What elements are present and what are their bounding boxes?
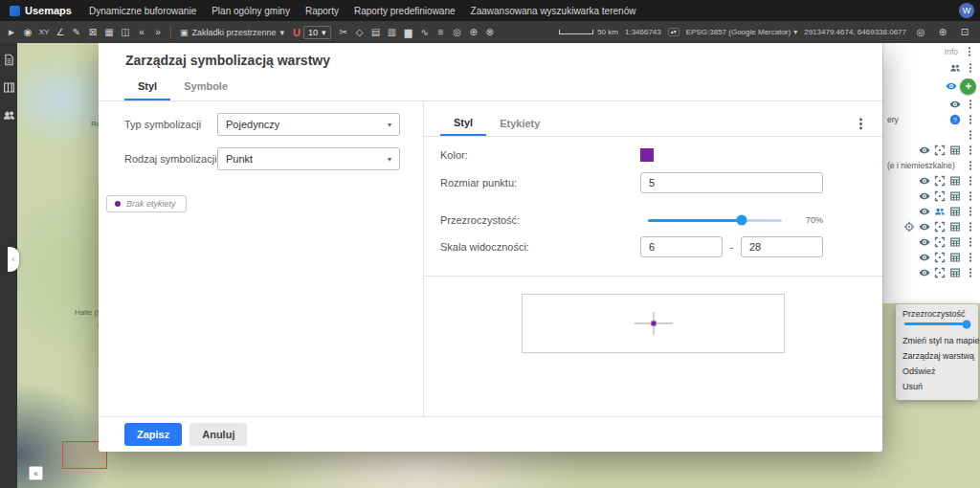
tab-symbole[interactable]: Symbole — [170, 76, 241, 100]
draw-tool-icon[interactable]: ✎ — [69, 23, 84, 41]
user-avatar[interactable]: W — [959, 3, 974, 18]
visibility-icon[interactable] — [918, 236, 930, 249]
kebab-menu-icon[interactable] — [964, 99, 976, 111]
attribute-table-icon[interactable] — [948, 267, 961, 279]
symbolization-kind-select[interactable]: Punkt ▾ — [217, 147, 400, 170]
kebab-menu-icon[interactable] — [964, 62, 976, 75]
help-icon[interactable] — [948, 114, 961, 126]
target-icon[interactable]: ⊕ — [935, 23, 950, 41]
zoom-to-layer-icon[interactable] — [933, 144, 946, 157]
projection-select[interactable]: EPSG:3857 (Google Mercator) ▾ — [686, 28, 797, 36]
visibility-icon[interactable] — [918, 206, 930, 218]
visibility-icon[interactable] — [918, 144, 930, 157]
users-panel-icon[interactable] — [3, 108, 15, 121]
zoom-to-layer-icon[interactable] — [933, 252, 946, 264]
nav-item-reports[interactable]: Raporty — [298, 0, 346, 21]
view-back-icon[interactable]: « — [134, 23, 149, 41]
nav-item-general-plan[interactable]: Plan ogólny gminy — [204, 0, 298, 21]
sidebar-collapse-handle[interactable]: ‹ — [8, 247, 19, 272]
panel-info-tab[interactable]: Info — [945, 47, 958, 56]
kebab-menu-icon[interactable] — [964, 114, 976, 126]
nav-item-dynamic-buffering[interactable]: Dynamiczne buforowanie — [81, 0, 204, 21]
erase-tool-icon[interactable]: ⊠ — [85, 23, 100, 41]
menu-item-manage-layer[interactable]: Zarządzaj warstwą — [902, 348, 971, 364]
kebab-menu-icon[interactable] — [964, 129, 976, 142]
print-composer-icon[interactable]: ▥ — [385, 23, 400, 41]
tab-style[interactable]: Styl — [440, 113, 486, 136]
zoom-to-layer-icon[interactable] — [933, 190, 946, 203]
menu-item-refresh[interactable]: Odśwież — [902, 364, 971, 379]
cut-tool-icon[interactable]: ✂ — [336, 23, 351, 41]
kebab-menu-icon[interactable] — [964, 267, 976, 279]
users-icon[interactable] — [948, 62, 961, 75]
visibility-icon[interactable] — [918, 175, 930, 188]
visibility-icon[interactable] — [948, 99, 961, 111]
slider-thumb[interactable] — [963, 320, 971, 328]
color-swatch[interactable] — [640, 148, 654, 162]
marker-tool-icon[interactable]: ◎ — [450, 23, 465, 41]
chart-tool-icon[interactable]: ▆ — [401, 23, 416, 41]
point-size-input[interactable] — [640, 172, 823, 193]
layers-panel-icon[interactable] — [3, 80, 15, 93]
menu-item-delete[interactable]: Usuń — [902, 379, 971, 394]
split-view-icon[interactable]: ◫ — [118, 23, 133, 41]
visibility-icon[interactable] — [945, 80, 957, 93]
pin-tool-icon[interactable]: ⊕ — [466, 23, 481, 41]
zoom-to-layer-icon[interactable] — [933, 267, 946, 279]
menu-item-change-style[interactable]: Zmień styl na mapie — [902, 333, 971, 348]
attribute-table-icon[interactable] — [948, 175, 961, 188]
buffer-tool-icon[interactable]: ⊗ — [482, 23, 498, 41]
tab-styl[interactable]: Styl — [124, 76, 170, 100]
kebab-menu-icon[interactable] — [964, 221, 976, 233]
kebab-menu-icon[interactable] — [964, 144, 976, 157]
polygon-tool-icon[interactable]: ◇ — [352, 23, 368, 41]
visibility-icon[interactable] — [918, 221, 930, 233]
profile-tool-icon[interactable]: ∿ — [417, 23, 433, 41]
layers-tool-icon[interactable]: ≡ — [434, 23, 449, 41]
scale-max-input[interactable] — [741, 236, 823, 257]
zoom-level-select[interactable]: 10 ▾ — [303, 26, 331, 39]
cursor-tool-icon[interactable]: ► — [4, 23, 19, 41]
users-icon[interactable] — [933, 206, 946, 218]
visibility-icon[interactable] — [918, 267, 930, 279]
kebab-menu-icon[interactable] — [964, 252, 976, 264]
attribute-table-icon[interactable] — [948, 190, 961, 203]
kebab-menu-icon[interactable] — [964, 175, 976, 188]
overview-collapse-button[interactable]: « — [29, 466, 43, 480]
slider-thumb[interactable] — [737, 215, 747, 226]
symbolization-type-select[interactable]: Pojedynczy ▾ — [217, 113, 400, 136]
add-layer-button[interactable] — [960, 78, 976, 95]
attribute-table-icon[interactable] — [948, 221, 961, 233]
attribute-table-icon[interactable] — [948, 236, 961, 249]
legend-item[interactable]: Brak etykiety — [106, 195, 187, 212]
spatial-bookmarks-dropdown[interactable]: ▣ Zakładki przestrzenne ▾ — [176, 28, 288, 37]
nav-item-predefined-reports[interactable]: Raporty predefiniowane — [346, 0, 463, 21]
save-button[interactable]: Zapisz — [124, 423, 182, 446]
kebab-menu-icon[interactable] — [854, 117, 869, 132]
zoom-undo-icon[interactable]: U — [293, 27, 301, 38]
print-icon[interactable]: ▤ — [368, 23, 384, 41]
kebab-menu-icon[interactable] — [963, 46, 975, 58]
kebab-menu-icon[interactable] — [964, 190, 976, 203]
attribute-table-icon[interactable] — [948, 144, 961, 157]
kebab-menu-icon[interactable] — [964, 236, 976, 249]
scale-stepper[interactable]: ▴▾ — [668, 28, 679, 36]
target-icon[interactable] — [902, 221, 915, 233]
xy-coordinates-icon[interactable]: XY — [36, 23, 52, 41]
geolocate-icon[interactable]: ◎ — [913, 23, 928, 41]
measure-tool-icon[interactable]: ∠ — [53, 23, 68, 41]
visibility-icon[interactable] — [918, 252, 930, 264]
attribute-table-icon[interactable] — [948, 206, 961, 218]
attribute-table-icon[interactable] — [948, 252, 961, 264]
zoom-to-layer-icon[interactable] — [933, 236, 946, 249]
tab-labels[interactable]: Etykiety — [486, 114, 553, 135]
view-forward-icon[interactable]: » — [150, 23, 166, 41]
app-brand[interactable]: Usemaps — [0, 5, 81, 16]
cancel-button[interactable]: Anuluj — [189, 423, 247, 446]
kebab-menu-icon[interactable] — [964, 160, 976, 172]
attribute-table-icon[interactable]: ▦ — [101, 23, 117, 41]
zoom-to-layer-icon[interactable] — [933, 175, 946, 188]
nav-item-advanced-search[interactable]: Zaawansowana wyszukiwarka terenów — [463, 0, 644, 21]
scale-min-input[interactable] — [640, 236, 723, 257]
layer-opacity-slider[interactable] — [904, 322, 969, 325]
